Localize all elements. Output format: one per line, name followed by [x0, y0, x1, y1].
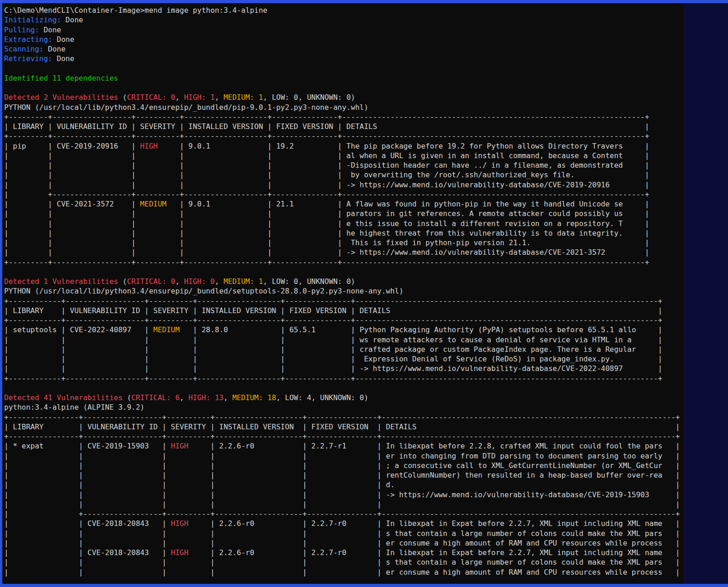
- vulnerability-db-url: | | | | | | -> https://www.mend.io/vulne…: [4, 490, 680, 499]
- table-border-line: +---------+------------------+----------…: [4, 257, 683, 267]
- vulnerability-db-url: | | | | | | -> https://www.mend.io/vulne…: [4, 248, 649, 257]
- table-row-line: | | | | | | ; a consecutive call to XML_…: [4, 461, 683, 470]
- library-and-cve-cells: | * expat | CVE-2019-15903 |: [4, 442, 166, 450]
- details-cell: | | | | | | s that contain a large numbe…: [4, 529, 680, 538]
- punctuation: (: [123, 393, 131, 402]
- severity-count-label: HIGH:: [184, 277, 210, 286]
- table-row-separator-line: | +------------------+----------+-------…: [4, 509, 683, 519]
- status-value: Done: [61, 15, 83, 24]
- table-border: +------------+------------------+-------…: [4, 297, 662, 305]
- severity-count-label: CRITICAL:: [127, 93, 171, 102]
- table-row-line: | | CVE-2018-20843 | HIGH | 2.2.6-r0 | 2…: [4, 548, 683, 557]
- punctuation: ,: [263, 93, 272, 102]
- table-row-line: | | | | | | Expression Denial of Service…: [4, 354, 683, 364]
- severity-count-label: UNKNOWN:: [307, 93, 347, 102]
- table-row-line: | | | | | | s that contain a large numbe…: [4, 529, 683, 538]
- punctuation: ,: [175, 93, 184, 102]
- vulnerability-db-url: | | | | | | -> https://www.mend.io/vulne…: [4, 364, 662, 373]
- punctuation: ,: [298, 277, 307, 286]
- punctuation: ): [351, 93, 355, 102]
- table-border-line: +------------+------------------+-------…: [4, 296, 683, 306]
- table-row-line: | | | | | | crafted package or custom Pa…: [4, 345, 683, 354]
- vulnerability-db-url: | | | | | | -> https://www.mend.io/vulne…: [4, 180, 649, 189]
- severity-count-label: LOW:: [272, 93, 294, 102]
- severity-count-value: 6: [175, 393, 180, 402]
- table-row-line: | | | | | | rentColumnNumber) then resul…: [4, 470, 683, 480]
- library-and-cve-cells: | | CVE-2018-20843 |: [4, 548, 166, 557]
- severity-count-value: 0: [294, 277, 298, 286]
- severity-count-value: 0: [171, 93, 175, 102]
- detected-count: Detected 1 Vulnerabilities: [4, 277, 118, 286]
- severity-count-label: UNKNOWN:: [307, 277, 347, 286]
- details-cell: In libexpat before 2.2.8, crafted XML in…: [381, 442, 680, 450]
- severity-cell: MEDIUM: [149, 325, 193, 334]
- status-line: Pulling: Done: [4, 25, 683, 35]
- severity-count-label: LOW:: [285, 393, 307, 402]
- detected-count: Detected 2 Vulnerabilities: [4, 93, 118, 102]
- severity-count-label: MEDIUM:: [224, 93, 259, 102]
- severity-count-label: CRITICAL:: [131, 393, 175, 402]
- details-cell: | | | | | | e this issue to install a di…: [4, 219, 649, 228]
- details-cell: | | | | | | d. |: [4, 480, 680, 489]
- status-line: Scanning: Done: [4, 44, 683, 54]
- table-row-line: | | | | | | -> https://www.mend.io/vulne…: [4, 247, 683, 257]
- blank-line: [4, 383, 683, 393]
- blank-line: [4, 267, 683, 277]
- details-cell: In libexpat in Expat before 2.2.7, XML i…: [381, 548, 680, 557]
- punctuation: ,: [215, 277, 223, 286]
- version-cells: | 2.2.6-r0 | 2.2.7-r0 |: [210, 519, 382, 528]
- severity-count-value: 0: [346, 277, 351, 286]
- severity-count-value: 1: [210, 93, 215, 102]
- table-row-line: | | | | | | er consume a high amount of …: [4, 538, 683, 548]
- status-value: Done: [44, 45, 66, 53]
- detected-summary-line: Detected 41 Vulnerabilities (CRITICAL: 6…: [4, 393, 683, 402]
- blank-line: [4, 83, 683, 93]
- library-and-cve-cells: | setuptools | CVE-2022-40897 |: [4, 325, 149, 334]
- details-cell: | | | | | | rentColumnNumber) then resul…: [4, 471, 680, 479]
- table-border: +---------+------------------+----------…: [4, 258, 649, 267]
- punctuation: ): [351, 277, 355, 286]
- severity-cell: HIGH: [166, 548, 210, 557]
- scope-line: PYTHON (/usr/local/lib/python3.4/ensurep…: [4, 103, 683, 112]
- table-row-line: | | | | | | -> https://www.mend.io/vulne…: [4, 490, 683, 499]
- blank: [4, 268, 9, 276]
- severity-cell: HIGH: [136, 142, 179, 150]
- details-cell: | | | | | | ws remote attackers to cause…: [4, 335, 662, 344]
- identified-line: Identified 11 dependencies: [4, 73, 683, 83]
- details-cell: | | | | | | This is fixed in python-pip …: [4, 238, 649, 247]
- table-row-line: | | | | | | -> https://www.mend.io/vulne…: [4, 180, 683, 190]
- version-cells: | 9.0.1 | 21.1 |: [179, 200, 342, 208]
- severity-count-label: LOW:: [272, 277, 294, 286]
- table-border-line: +----------------+------------------+---…: [4, 432, 683, 441]
- table-row-line: | | | | | | d. |: [4, 480, 683, 489]
- table-row-line: | pip | CVE-2019-20916 | HIGH | 9.0.1 | …: [4, 141, 683, 151]
- detected-summary-line: Detected 2 Vulnerabilities (CRITICAL: 0,…: [4, 93, 683, 102]
- terminal-output[interactable]: C:\Demo\MendCLI\Container-Image>mend ima…: [2, 3, 683, 584]
- severity-count-value: 0: [210, 277, 215, 286]
- table-row-line: | | | | | | he highest threat from this …: [4, 228, 683, 238]
- table-row-line: | | | | | | -> https://www.mend.io/vulne…: [4, 364, 683, 373]
- status-value: Done: [39, 26, 61, 34]
- table-border-line: +---------+------------------+----------…: [4, 112, 683, 122]
- row-separator: | +------------------+----------+-------…: [4, 510, 680, 518]
- table-row-line: | | | | | | parators in git references. …: [4, 209, 683, 218]
- table-row-line: | | | | | | e this issue to install a di…: [4, 219, 683, 228]
- details-cell: | | | | | | crafted package or custom Pa…: [4, 345, 662, 354]
- table-row-line: | | | | | | -Disposition header can have…: [4, 160, 683, 170]
- table-border: +----------------+------------------+---…: [4, 413, 680, 422]
- status-line: Extracting: Done: [4, 35, 683, 44]
- punctuation: ,: [224, 393, 232, 402]
- version-cells: | 2.2.6-r0 | 2.2.7-r1 |: [210, 442, 382, 450]
- details-cell: The pip package before 19.2 for Python a…: [342, 142, 649, 150]
- table-border: +----------------+------------------+---…: [4, 432, 680, 441]
- table-border-line: +------------+------------------+-------…: [4, 315, 683, 325]
- punctuation: ,: [215, 93, 223, 102]
- prompt-line: C:\Demo\MendCLI\Container-Image>mend ima…: [4, 5, 683, 15]
- command-prompt: C:\Demo\MendCLI\Container-Image>mend ima…: [4, 6, 267, 15]
- table-row-line: | setuptools | CVE-2022-40897 | MEDIUM |…: [4, 325, 683, 335]
- details-cell: | | | | | | er into changing from DTD pa…: [4, 452, 680, 460]
- table-border-line: +----------------+------------------+---…: [4, 412, 683, 422]
- severity-count-label: HIGH:: [189, 393, 215, 402]
- severity-count-value: 0: [294, 93, 298, 102]
- severity-count-value: 13: [215, 393, 223, 402]
